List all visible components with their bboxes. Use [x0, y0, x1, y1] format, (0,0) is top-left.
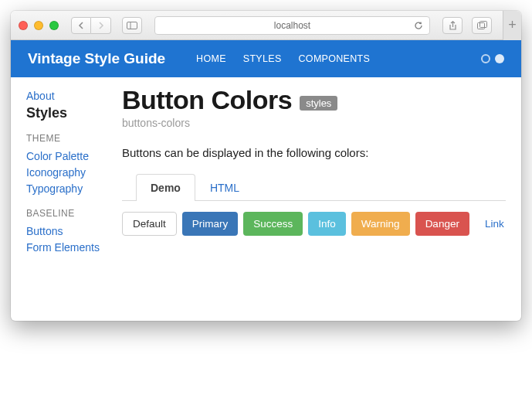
sidebar-icon — [127, 22, 137, 29]
reload-icon — [414, 21, 423, 30]
chevron-right-icon — [98, 22, 104, 29]
main: Button Colors styles buttons-colors Butt… — [110, 77, 521, 321]
tabbar: Demo HTML — [122, 173, 506, 201]
brand[interactable]: Vintage Style Guide — [28, 50, 165, 67]
button-success[interactable]: Success — [243, 212, 303, 236]
button-info[interactable]: Info — [308, 212, 346, 236]
nav-links: HOME STYLES COMPONENTS — [196, 53, 370, 64]
sidebar: About Styles THEME Color Palette Iconogr… — [11, 77, 110, 321]
button-warning[interactable]: Warning — [351, 212, 410, 236]
nav-link-components[interactable]: COMPONENTS — [299, 53, 371, 64]
window-controls — [19, 21, 59, 30]
titlebar: localhost + — [11, 11, 521, 40]
zoom-icon[interactable] — [49, 21, 59, 30]
sidebar-link-about[interactable]: About — [26, 88, 105, 104]
title-row: Button Colors styles — [122, 85, 506, 115]
browser-window: localhost + Vintage Style Guide HOME STY… — [11, 11, 521, 321]
reload-button[interactable] — [414, 21, 423, 30]
tab-html[interactable]: HTML — [195, 174, 254, 201]
sidebar-current: Styles — [26, 104, 105, 122]
top-nav: Vintage Style Guide HOME STYLES COMPONEN… — [11, 40, 521, 77]
share-button[interactable] — [442, 17, 463, 34]
svg-rect-0 — [127, 22, 137, 29]
new-tab-button[interactable]: + — [503, 11, 521, 40]
sidebar-link-color-palette[interactable]: Color Palette — [26, 148, 105, 165]
sidebar-link-form-elements[interactable]: Form Elements — [26, 240, 105, 256]
page-slug: buttons-colors — [122, 117, 506, 129]
sidebar-heading-baseline: BASELINE — [26, 208, 105, 219]
tabs-icon — [477, 21, 487, 29]
nav-link-styles[interactable]: STYLES — [243, 53, 282, 64]
tabs-button[interactable] — [472, 17, 492, 34]
url-bar[interactable]: localhost — [154, 16, 430, 35]
tab-demo[interactable]: Demo — [136, 174, 195, 201]
close-icon[interactable] — [19, 21, 28, 30]
sidebar-toggle-button[interactable] — [122, 17, 142, 34]
button-primary[interactable]: Primary — [182, 212, 239, 236]
nav-link-home[interactable]: HOME — [196, 53, 226, 64]
back-button[interactable] — [71, 17, 91, 34]
nav-buttons — [71, 17, 111, 34]
page-title: Button Colors — [122, 85, 292, 115]
sidebar-link-iconography[interactable]: Iconography — [26, 165, 105, 181]
button-row: Default Primary Success Info Warning Dan… — [122, 201, 506, 236]
share-icon — [449, 21, 457, 30]
button-danger[interactable]: Danger — [415, 212, 469, 236]
theme-toggle[interactable] — [481, 54, 504, 63]
sidebar-link-typography[interactable]: Typography — [26, 181, 105, 197]
svg-rect-2 — [477, 23, 484, 29]
url-text: localhost — [274, 20, 310, 31]
button-default[interactable]: Default — [122, 212, 177, 236]
chevron-left-icon — [78, 22, 84, 29]
sidebar-link-buttons[interactable]: Buttons — [26, 223, 105, 240]
minimize-icon[interactable] — [34, 21, 43, 30]
content: About Styles THEME Color Palette Iconogr… — [11, 77, 521, 321]
circle-solid-icon — [495, 54, 504, 63]
intro-text: Buttons can be displayed in the followin… — [122, 146, 506, 159]
button-link[interactable]: Link — [475, 212, 514, 236]
svg-rect-3 — [479, 22, 486, 28]
sidebar-heading-theme: THEME — [26, 133, 105, 144]
circle-outline-icon — [481, 54, 490, 63]
category-badge: styles — [300, 96, 337, 111]
forward-button[interactable] — [91, 17, 111, 34]
